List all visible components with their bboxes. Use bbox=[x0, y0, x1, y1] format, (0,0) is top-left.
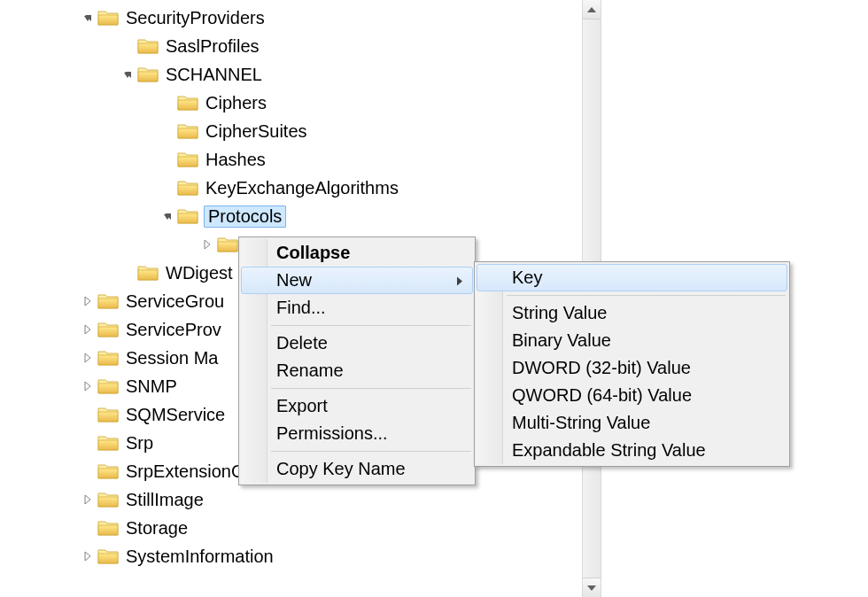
expander-spacer bbox=[80, 435, 96, 451]
folder-icon bbox=[97, 9, 119, 27]
collapse-toggle[interactable] bbox=[159, 208, 175, 224]
menu-item[interactable]: Key bbox=[477, 264, 787, 291]
menu-item[interactable]: Export bbox=[241, 392, 473, 420]
tree-item-label: KeyExchangeAlgorithms bbox=[204, 177, 400, 199]
tree-item-label: SecurityProviders bbox=[124, 7, 267, 29]
menu-item[interactable]: Expandable String Value bbox=[477, 437, 787, 464]
expander-spacer bbox=[80, 463, 96, 479]
context-menu[interactable]: CollapseNewFind...DeleteRenameExportPerm… bbox=[238, 236, 476, 485]
expand-toggle[interactable] bbox=[80, 350, 96, 366]
menu-separator bbox=[507, 295, 786, 296]
menu-item-label: Copy Key Name bbox=[276, 459, 406, 478]
tree-item[interactable]: SCHANNEL bbox=[0, 60, 582, 89]
tree-item-label: SQMService bbox=[124, 404, 227, 426]
tree-item-label: SCHANNEL bbox=[164, 64, 264, 86]
menu-item-label: Delete bbox=[276, 333, 328, 353]
menu-item[interactable]: Rename bbox=[241, 357, 473, 384]
expand-toggle[interactable] bbox=[80, 492, 96, 508]
chevron-open-icon bbox=[82, 12, 93, 23]
tree-item[interactable]: CipherSuites bbox=[0, 117, 582, 145]
collapse-toggle[interactable] bbox=[120, 66, 136, 82]
tree-item-label: WDigest bbox=[164, 262, 235, 284]
menu-item-label: DWORD (32-bit) Value bbox=[512, 358, 691, 377]
menu-item[interactable]: String Value bbox=[477, 299, 787, 327]
tree-item-label: Srp bbox=[124, 432, 155, 454]
tree-item-label: StillImage bbox=[124, 489, 205, 511]
tree-item[interactable]: SaslProfiles bbox=[0, 32, 582, 60]
menu-item-label: Collapse bbox=[276, 243, 350, 262]
expand-toggle[interactable] bbox=[199, 236, 215, 252]
menu-item-label: Key bbox=[512, 267, 542, 287]
folder-icon bbox=[97, 462, 119, 480]
menu-item-label: Multi-String Value bbox=[512, 413, 650, 432]
folder-icon bbox=[177, 207, 198, 225]
expand-toggle[interactable] bbox=[80, 322, 96, 337]
menu-item[interactable]: Multi-String Value bbox=[477, 409, 787, 437]
new-submenu[interactable]: KeyString ValueBinary ValueDWORD (32-bit… bbox=[474, 261, 790, 467]
scroll-down-button[interactable] bbox=[583, 578, 601, 597]
tree-item[interactable]: Ciphers bbox=[0, 89, 582, 117]
folder-icon bbox=[177, 179, 198, 197]
menu-separator bbox=[271, 451, 471, 452]
menu-item[interactable]: New bbox=[241, 267, 473, 294]
folder-icon bbox=[97, 349, 119, 367]
menu-separator bbox=[271, 388, 471, 389]
menu-separator bbox=[271, 325, 471, 326]
menu-item-label: Find... bbox=[276, 298, 326, 317]
expand-toggle[interactable] bbox=[80, 293, 96, 309]
expand-toggle[interactable] bbox=[80, 378, 96, 394]
menu-item[interactable]: Delete bbox=[241, 330, 473, 357]
tree-item-label: Hashes bbox=[204, 149, 267, 171]
chevron-closed-icon bbox=[82, 381, 93, 392]
collapse-toggle[interactable] bbox=[80, 10, 96, 26]
expander-spacer bbox=[120, 38, 136, 54]
expander-spacer bbox=[159, 180, 175, 196]
folder-icon bbox=[97, 547, 119, 565]
scroll-up-button[interactable] bbox=[583, 0, 601, 19]
menu-item[interactable]: Copy Key Name bbox=[241, 455, 473, 483]
chevron-closed-icon bbox=[82, 551, 93, 562]
folder-icon bbox=[97, 377, 119, 395]
tree-item[interactable]: Protocols bbox=[0, 202, 582, 230]
folder-icon bbox=[97, 434, 119, 452]
expander-spacer bbox=[159, 95, 175, 111]
menu-item-label: Permissions... bbox=[276, 423, 388, 443]
chevron-closed-icon bbox=[82, 494, 93, 505]
tree-item[interactable]: Hashes bbox=[0, 145, 582, 174]
tree-item[interactable]: Storage bbox=[0, 514, 582, 542]
chevron-open-icon bbox=[122, 69, 133, 80]
menu-item-label: QWORD (64-bit) Value bbox=[512, 385, 692, 405]
menu-item[interactable]: Permissions... bbox=[241, 420, 473, 447]
chevron-closed-icon bbox=[82, 296, 93, 306]
chevron-closed-icon bbox=[82, 353, 93, 363]
expand-toggle[interactable] bbox=[80, 548, 96, 564]
folder-icon bbox=[177, 151, 198, 168]
tree-item[interactable]: KeyExchangeAlgorithms bbox=[0, 174, 582, 202]
menu-item[interactable]: DWORD (32-bit) Value bbox=[477, 354, 787, 382]
menu-item-label: Expandable String Value bbox=[512, 440, 706, 460]
tree-item[interactable]: StillImage bbox=[0, 485, 582, 514]
expander-spacer bbox=[80, 407, 96, 423]
expander-spacer bbox=[120, 265, 136, 281]
menu-item[interactable]: QWORD (64-bit) Value bbox=[477, 382, 787, 409]
chevron-down-icon bbox=[587, 585, 596, 591]
menu-item[interactable]: Find... bbox=[241, 294, 473, 322]
menu-item[interactable]: Binary Value bbox=[477, 327, 787, 354]
tree-item-label: SaslProfiles bbox=[164, 35, 261, 58]
menu-item[interactable]: Collapse bbox=[241, 239, 473, 267]
folder-icon bbox=[177, 94, 198, 112]
chevron-closed-icon bbox=[82, 324, 93, 335]
tree-item[interactable]: SecurityProviders bbox=[0, 4, 582, 32]
svg-marker-0 bbox=[587, 7, 596, 12]
tree-item[interactable]: SystemInformation bbox=[0, 542, 582, 570]
expander-spacer bbox=[159, 151, 175, 167]
folder-icon bbox=[97, 321, 119, 338]
folder-icon bbox=[97, 519, 119, 537]
tree-item-label: SNMP bbox=[124, 376, 179, 398]
menu-item-label: String Value bbox=[512, 303, 607, 322]
chevron-open-icon bbox=[162, 211, 173, 221]
tree-item-label: ServiceGrou bbox=[124, 291, 226, 313]
submenu-arrow-icon bbox=[456, 270, 463, 291]
tree-item-label: Session Ma bbox=[124, 347, 221, 369]
expander-spacer bbox=[159, 123, 175, 139]
